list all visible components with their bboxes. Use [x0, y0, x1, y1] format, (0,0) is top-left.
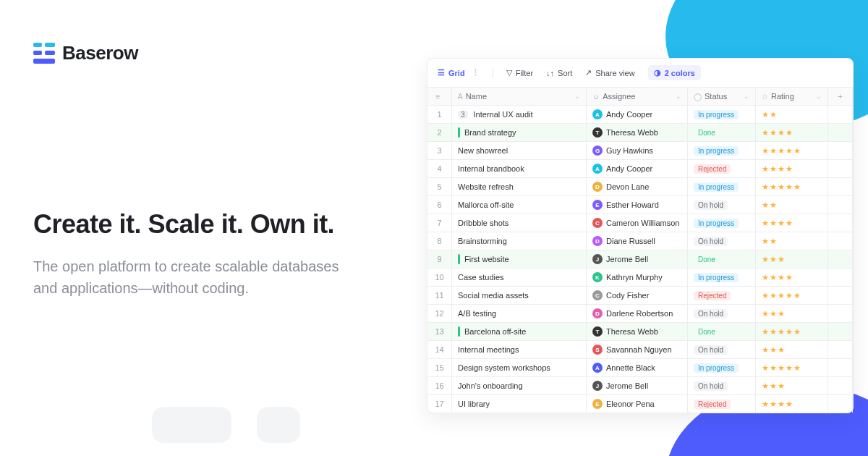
- cell-name[interactable]: John's onboarding: [452, 377, 587, 394]
- table-row[interactable]: 11Social media assetsCCody FisherRejecte…: [427, 286, 853, 304]
- cell-rating[interactable]: ★★: [756, 196, 828, 214]
- cell-rating[interactable]: ★★★★: [756, 395, 828, 413]
- cell-name[interactable]: Internal meetings: [452, 341, 587, 358]
- cell-rating[interactable]: ★★: [756, 106, 828, 123]
- cell-name[interactable]: Social media assets: [452, 287, 587, 304]
- cell-assignee[interactable]: EEleonor Pena: [587, 395, 688, 413]
- table-row[interactable]: 10Case studiesKKathryn MurphyIn progress…: [427, 268, 853, 286]
- cell-rating[interactable]: ★★★★★: [756, 323, 828, 340]
- cell-assignee[interactable]: EEsther Howard: [587, 196, 688, 214]
- column-header-status[interactable]: ◯Status⌄: [688, 88, 756, 105]
- cell-rating[interactable]: ★★★★: [756, 214, 828, 232]
- table-row[interactable]: 7Dribbble shotsCCameron WilliamsonIn pro…: [427, 214, 853, 232]
- cell-rating[interactable]: ★★★: [756, 305, 828, 322]
- cell-status[interactable]: Rejected: [688, 395, 756, 413]
- cell-name[interactable]: Dribbble shots: [452, 214, 587, 232]
- cell-assignee[interactable]: KKathryn Murphy: [587, 269, 688, 286]
- cell-name[interactable]: UI library: [452, 395, 587, 413]
- cell-status[interactable]: Done: [688, 124, 756, 141]
- cell-status[interactable]: In progress: [688, 269, 756, 286]
- cell-rating[interactable]: ★★★: [756, 341, 828, 358]
- cell-status[interactable]: In progress: [688, 359, 756, 376]
- cell-status[interactable]: Done: [688, 250, 756, 268]
- cell-rating[interactable]: ★★★★★: [756, 178, 828, 195]
- cell-rating[interactable]: ★★★★★: [756, 359, 828, 376]
- cell-status[interactable]: On hold: [688, 341, 756, 358]
- rating-stars: ★★: [762, 110, 778, 119]
- table-row[interactable]: 16John's onboardingJJerome BellOn hold★★…: [427, 376, 853, 394]
- cell-assignee[interactable]: DDevon Lane: [587, 178, 688, 195]
- cell-status[interactable]: In progress: [688, 106, 756, 123]
- table-row[interactable]: 2Brand strategyTTheresa WebbDone★★★★: [427, 123, 853, 141]
- add-column-button[interactable]: +: [828, 88, 853, 105]
- cell-name[interactable]: New showreel: [452, 142, 587, 159]
- table-row[interactable]: 13Barcelona off-siteTTheresa WebbDone★★★…: [427, 322, 853, 340]
- cell-status[interactable]: Rejected: [688, 160, 756, 177]
- cell-name[interactable]: Barcelona off-site: [452, 323, 587, 340]
- cell-status[interactable]: Rejected: [688, 287, 756, 304]
- cell-name[interactable]: Brand strategy: [452, 124, 587, 141]
- column-header-rating[interactable]: ☆Rating⌄: [756, 88, 828, 105]
- table-row[interactable]: 4Internal brandbookAAndy CooperRejected★…: [427, 159, 853, 177]
- colors-button[interactable]: ◑ 2 colors: [648, 65, 701, 80]
- cell-name[interactable]: Website refresh: [452, 178, 587, 195]
- cell-rating[interactable]: ★★★★★: [756, 287, 828, 304]
- row-handle-header[interactable]: ≡: [427, 88, 452, 105]
- cell-name[interactable]: A/B testing: [452, 305, 587, 322]
- filter-button[interactable]: ▽ Filter: [506, 68, 533, 77]
- cell-name[interactable]: Brainstorming: [452, 232, 587, 250]
- cell-rating[interactable]: ★★★: [756, 377, 828, 394]
- cell-status[interactable]: In progress: [688, 178, 756, 195]
- chevron-down-icon: ⌄: [744, 93, 749, 100]
- cell-rating[interactable]: ★★★★: [756, 160, 828, 177]
- cell-assignee[interactable]: TTheresa Webb: [587, 124, 688, 141]
- cell-assignee[interactable]: DDarlene Robertson: [587, 305, 688, 322]
- cell-assignee[interactable]: CCody Fisher: [587, 287, 688, 304]
- cell-assignee[interactable]: DDiane Russell: [587, 232, 688, 250]
- share-button[interactable]: ↗ Share view: [585, 68, 634, 77]
- view-switcher[interactable]: ☰ Grid ⋮: [438, 68, 480, 77]
- cell-status[interactable]: On hold: [688, 305, 756, 322]
- cell-rating[interactable]: ★★★★★: [756, 142, 828, 159]
- table-row[interactable]: 13Internal UX auditAAndy CooperIn progre…: [427, 105, 853, 123]
- table-row[interactable]: 14Internal meetingsSSavannah NguyenOn ho…: [427, 340, 853, 358]
- cell-assignee[interactable]: JJerome Bell: [587, 377, 688, 394]
- cell-assignee[interactable]: GGuy Hawkins: [587, 142, 688, 159]
- cell-status[interactable]: In progress: [688, 142, 756, 159]
- cell-assignee[interactable]: SSavannah Nguyen: [587, 341, 688, 358]
- cell-status[interactable]: On hold: [688, 232, 756, 250]
- cell-status[interactable]: Done: [688, 323, 756, 340]
- cell-name[interactable]: Mallorca off-site: [452, 196, 587, 214]
- avatar: A: [592, 164, 603, 174]
- cell-name[interactable]: First website: [452, 250, 587, 268]
- cell-assignee[interactable]: TTheresa Webb: [587, 323, 688, 340]
- table-row[interactable]: 9First websiteJJerome BellDone★★★: [427, 250, 853, 268]
- table-row[interactable]: 15Design system workshopsAAnnette BlackI…: [427, 358, 853, 376]
- table-row[interactable]: 3New showreelGGuy HawkinsIn progress★★★★…: [427, 141, 853, 159]
- table-row[interactable]: 5Website refreshDDevon LaneIn progress★★…: [427, 177, 853, 195]
- cell-rating[interactable]: ★★: [756, 232, 828, 250]
- cell-rating[interactable]: ★★★★: [756, 124, 828, 141]
- cell-name[interactable]: Internal brandbook: [452, 160, 587, 177]
- cell-assignee[interactable]: AAndy Cooper: [587, 106, 688, 123]
- sort-button[interactable]: ↓↑ Sort: [546, 69, 572, 77]
- cell-status[interactable]: In progress: [688, 214, 756, 232]
- column-header-assignee[interactable]: ☺Assignee⌄: [587, 88, 688, 105]
- table-row[interactable]: 12A/B testingDDarlene RobertsonOn hold★★…: [427, 304, 853, 322]
- cell-status[interactable]: On hold: [688, 196, 756, 214]
- cell-name[interactable]: 3Internal UX audit: [452, 106, 587, 123]
- cell-assignee[interactable]: JJerome Bell: [587, 250, 688, 268]
- cell-rating[interactable]: ★★★: [756, 250, 828, 268]
- cell-status[interactable]: On hold: [688, 377, 756, 394]
- table-row[interactable]: 6Mallorca off-siteEEsther HowardOn hold★…: [427, 195, 853, 214]
- cell-name[interactable]: Design system workshops: [452, 359, 587, 376]
- cell-assignee[interactable]: CCameron Williamson: [587, 214, 688, 232]
- table-row[interactable]: 8BrainstormingDDiane RussellOn hold★★: [427, 232, 853, 250]
- cell-name[interactable]: Case studies: [452, 269, 587, 286]
- column-header-name[interactable]: AName⌄: [452, 88, 587, 105]
- cell-rating[interactable]: ★★★★: [756, 269, 828, 286]
- cell-assignee[interactable]: AAnnette Black: [587, 359, 688, 376]
- row-number: 12: [427, 305, 452, 322]
- cell-assignee[interactable]: AAndy Cooper: [587, 160, 688, 177]
- table-row[interactable]: 17UI libraryEEleonor PenaRejected★★★★: [427, 394, 853, 413]
